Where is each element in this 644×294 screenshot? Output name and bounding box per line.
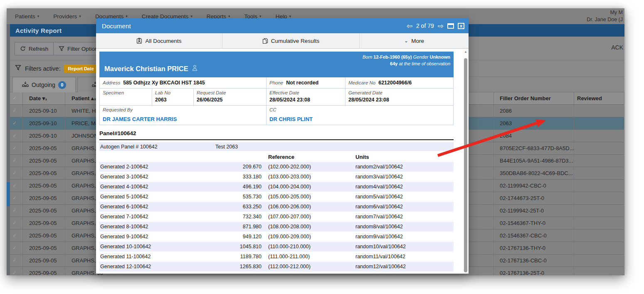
tab-cumulative-results[interactable]: Cumulative Results — [222, 33, 360, 48]
row-check-icon[interactable]: ✓ — [12, 117, 22, 130]
row-check-icon[interactable]: ✓ — [12, 105, 22, 117]
check-column-header-icon[interactable]: ✓ — [12, 92, 22, 105]
result-value: 535.730 — [199, 192, 262, 202]
row-date: 2025-09-05 — [26, 155, 67, 167]
result-reference-range: (102.000-202.000) — [268, 162, 355, 172]
result-reference-range: (110.000-210.000) — [268, 242, 355, 252]
close-icon[interactable]: x — [458, 23, 464, 29]
menu-item-patients[interactable]: Patients▾ — [15, 13, 39, 20]
row-filler-order-number: 02-1744673-25T-0 — [496, 192, 574, 205]
born-label: Born — [363, 54, 372, 59]
row-reviewed — [574, 117, 624, 130]
result-units: random11/val/100642 — [355, 252, 454, 262]
row-reviewed — [574, 192, 624, 205]
column-header-reviewed[interactable]: Reviewed — [574, 92, 624, 105]
row-check-icon[interactable]: ✓ — [12, 230, 22, 242]
result-row[interactable]: Generated 6-100642 633.250 (106.000-206.… — [99, 202, 454, 212]
result-units: random13/val/100642 — [355, 272, 454, 274]
specimen-cell: Specimen — [100, 89, 152, 105]
document-position: 2 of 79 — [416, 22, 434, 29]
units-column-header: Units — [355, 152, 454, 162]
menu-item-label: Providers — [53, 13, 77, 20]
result-row[interactable]: Generated 11-100642 1189.780 (111.000-21… — [99, 252, 454, 262]
row-filler-order-number: 02-1767136-CBC-0 — [496, 254, 574, 267]
row-check-icon[interactable]: ✓ — [12, 192, 22, 205]
result-value: 1265.830 — [199, 262, 262, 272]
row-check-icon[interactable]: ✓ — [12, 167, 22, 180]
row-check-icon[interactable]: ✓ — [12, 180, 22, 192]
dialog-tabs: All Documents Cumulative Results ⌄ More — [96, 33, 469, 49]
gender-label: Gender — [413, 54, 429, 59]
document-content: Maverick Christian PRICE Born 12-Feb-196… — [96, 49, 463, 274]
row-date: 2025-09-10 — [26, 105, 67, 117]
phone-cell: Phone Not recorded — [266, 77, 345, 88]
result-name: Generated 3-100642 — [99, 172, 199, 182]
maximize-icon[interactable] — [447, 23, 454, 29]
menu-caret-icon: ▾ — [289, 14, 291, 18]
result-value: 1319.340 — [199, 272, 262, 274]
result-value: 871.980 — [199, 222, 262, 232]
row-date: 2025-09-05 — [26, 267, 67, 275]
row-check-icon[interactable]: ✓ — [12, 130, 22, 142]
result-units: random6/val/100642 — [355, 202, 454, 212]
result-row[interactable]: Generated 13-100642 1319.340 (113.000-21… — [99, 272, 454, 274]
scrollbar-thumb[interactable] — [464, 58, 467, 272]
row-filler-order-number: 02-1546367-CBC-0 — [496, 230, 574, 242]
row-reviewed — [574, 180, 624, 192]
reference-column-header: Reference — [268, 152, 355, 162]
row-filler-order-number: 02-1767136-25T-0 — [496, 267, 574, 275]
result-units: random7/val/100642 — [355, 212, 454, 222]
result-name: Generated 7-100642 — [99, 212, 199, 222]
result-row[interactable]: Generated 3-100642 333.180 (103.000-203.… — [99, 172, 454, 182]
result-row[interactable]: Generated 12-100642 1265.830 (112.000-21… — [99, 262, 454, 272]
row-check-icon[interactable]: ✓ — [12, 142, 22, 155]
result-name: Generated 8-100642 — [99, 222, 199, 232]
row-filler-order-number: B44E105A-9A51-4986-87D3... — [496, 155, 574, 167]
tab-outgoing[interactable]: Outgoing 0 — [12, 77, 76, 92]
panel-heading: Panel#100642 — [99, 130, 454, 136]
dialog-scrollbar[interactable]: ▲ — [463, 49, 469, 274]
row-check-icon[interactable]: ✓ — [12, 217, 22, 230]
row-check-icon[interactable]: ✓ — [12, 205, 22, 217]
tab-more[interactable]: ⌄ More — [360, 33, 469, 48]
document-info-grid: Address 585 Odhjzz Xy BKCAOI HST 1845 Ph… — [99, 77, 454, 125]
dialog-title: Document — [102, 22, 131, 30]
row-date: 2025-09-10 — [26, 130, 67, 142]
result-reference-range: (107.000-207.000) — [268, 212, 355, 222]
result-row[interactable]: Generated 5-100642 535.730 (105.000-205.… — [99, 192, 454, 202]
next-document-icon[interactable]: ⇨ — [438, 22, 444, 30]
result-units: random8/val/100642 — [355, 222, 454, 232]
cc-link[interactable]: DR CHRIS PLINT — [269, 116, 313, 122]
patient-demographics: Born 12-Feb-1960 (65y) Gender Unknown 64… — [355, 54, 450, 67]
result-row[interactable]: Generated 10-100642 1045.810 (110.000-21… — [99, 242, 454, 252]
column-header-filler[interactable]: Filler Order Number — [496, 92, 574, 105]
row-reviewed — [574, 130, 624, 142]
row-date: 2025-09-05 — [26, 142, 67, 155]
result-row[interactable]: Generated 9-100642 949.120 (109.000-209.… — [99, 232, 454, 242]
row-date: 2025-09-05 — [26, 217, 67, 230]
scrollbar-up-icon[interactable]: ▲ — [463, 50, 469, 54]
row-check-icon[interactable]: ✓ — [12, 242, 22, 254]
result-row[interactable]: Generated 7-100642 732.340 (107.000-207.… — [99, 212, 454, 222]
person-icon[interactable] — [192, 64, 198, 73]
result-row[interactable]: Generated 2-100642 209.670 (102.000-202.… — [99, 162, 454, 172]
row-filler-order-number: 02-1767136-THY-0 — [496, 242, 574, 254]
menu-item-providers[interactable]: Providers▾ — [53, 13, 81, 20]
gender-value: Unknown — [430, 54, 451, 59]
previous-document-icon[interactable]: ⇦ — [407, 22, 412, 30]
filter-badge[interactable]: Report Date — [64, 64, 97, 73]
refresh-button[interactable]: Refresh — [15, 42, 54, 55]
acknowledge-label[interactable]: ACK — [611, 44, 623, 51]
dialog-titlebar[interactable]: Document ⇦ 2 of 79 ⇨ x — [96, 18, 469, 33]
medicare-cell: Medicare No 6212004966/6 — [345, 77, 454, 88]
result-row[interactable]: Generated 4-100642 496.190 (104.000-204.… — [99, 182, 454, 192]
tab-all-documents[interactable]: All Documents — [96, 33, 222, 48]
current-user-info: My M Dr. Jane Doe (J — [587, 9, 623, 23]
row-check-icon[interactable]: ✓ — [12, 155, 22, 167]
requested-by-link[interactable]: DR JAMES CARTER HARRIS — [103, 116, 177, 122]
row-check-icon[interactable]: ✓ — [12, 254, 22, 267]
row-filler-order-number: 02-1546367-THY-0 — [496, 217, 574, 230]
result-row[interactable]: Generated 8-100642 871.980 (108.000-208.… — [99, 222, 454, 232]
column-header-date[interactable]: Date ▾₁ — [26, 92, 67, 105]
row-check-icon[interactable]: ✓ — [12, 267, 22, 275]
